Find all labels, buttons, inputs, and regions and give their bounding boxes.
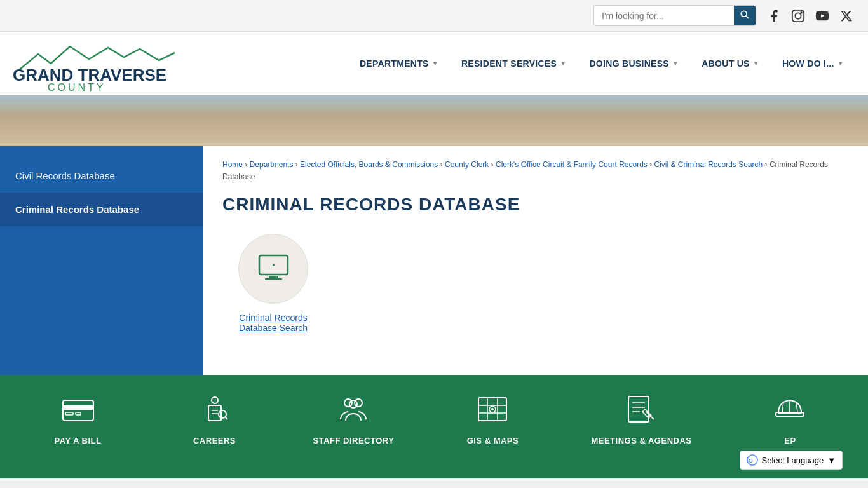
monitor-icon <box>256 253 291 285</box>
nav-item-how-do-i[interactable]: HOW DO I... ▼ <box>771 51 855 76</box>
svg-text:G: G <box>749 458 753 464</box>
nav-item-about-us[interactable]: ABOUT US ▼ <box>690 51 771 76</box>
header: GRAND TRAVERSE COUNTY DEPARTMENTS ▼ RESI… <box>0 32 868 95</box>
instagram-icon[interactable] <box>789 7 807 25</box>
footer-items: PAY A BILL CAREERS <box>13 390 855 445</box>
svg-line-36 <box>646 412 654 419</box>
svg-rect-9 <box>269 276 278 278</box>
careers-icon <box>196 390 234 428</box>
facebook-icon[interactable] <box>765 7 783 25</box>
google-translate-icon: G <box>747 454 758 466</box>
svg-point-31 <box>491 408 494 410</box>
meetings-icon <box>622 390 660 428</box>
search-button[interactable] <box>734 6 756 25</box>
svg-point-4 <box>801 12 802 13</box>
translate-bar: G Select Language ▼ <box>13 445 855 472</box>
footer-item-pay-bill[interactable]: PAY A BILL <box>40 390 116 445</box>
svg-rect-15 <box>76 412 81 415</box>
breadcrumb: Home › Departments › Elected Officials, … <box>222 159 849 183</box>
credit-card-icon <box>59 390 97 428</box>
social-icons <box>765 7 855 25</box>
sidebar-item-criminal[interactable]: Criminal Records Database <box>0 193 203 226</box>
svg-line-1 <box>746 16 749 18</box>
page-body: Home › Departments › Elected Officials, … <box>203 146 868 375</box>
svg-rect-2 <box>792 10 804 21</box>
footer-item-careers[interactable]: CAREERS <box>177 390 253 445</box>
logo-svg: GRAND TRAVERSE COUNTY <box>13 35 178 92</box>
hero-image <box>0 95 868 146</box>
svg-line-21 <box>225 417 227 419</box>
nav-item-resident-services[interactable]: RESIDENT SERVICES ▼ <box>450 51 578 76</box>
footer: PAY A BILL CAREERS <box>0 375 868 478</box>
svg-rect-32 <box>628 396 649 422</box>
footer-label-staff-directory: STAFF DIRECTORY <box>313 436 395 445</box>
footer-item-ep[interactable]: EP <box>752 390 828 445</box>
chevron-down-icon: ▼ <box>827 456 836 465</box>
search-box <box>593 5 756 26</box>
svg-point-0 <box>741 11 747 17</box>
svg-point-16 <box>212 397 218 403</box>
staff-icon <box>334 390 372 428</box>
svg-point-23 <box>355 399 362 407</box>
top-bar <box>0 0 868 32</box>
breadcrumb-civil-criminal-search[interactable]: Civil & Criminal Records Search <box>654 160 763 169</box>
footer-item-staff-directory[interactable]: STAFF DIRECTORY <box>313 390 395 445</box>
chevron-down-icon: ▼ <box>560 60 566 67</box>
footer-item-gis-maps[interactable]: GIS & MAPS <box>454 390 531 445</box>
hardhat-icon <box>771 390 809 428</box>
database-search-link[interactable]: Criminal Records Database Search <box>222 313 324 333</box>
svg-point-11 <box>273 264 275 266</box>
search-input[interactable] <box>594 7 734 25</box>
sidebar: Civil Records Database Criminal Records … <box>0 146 203 375</box>
svg-rect-37 <box>776 412 804 416</box>
breadcrumb-departments[interactable]: Departments <box>250 160 294 169</box>
youtube-icon[interactable] <box>813 7 831 25</box>
chevron-down-icon: ▼ <box>837 60 844 67</box>
footer-item-meetings-agendas[interactable]: MEETINGS & AGENDAS <box>591 390 691 445</box>
svg-point-3 <box>795 13 801 18</box>
database-card: Criminal Records Database Search <box>222 234 324 333</box>
select-language-button[interactable]: G Select Language ▼ <box>740 451 843 470</box>
svg-text:COUNTY: COUNTY <box>48 82 106 92</box>
database-icon-circle <box>238 234 308 304</box>
svg-point-24 <box>349 400 357 408</box>
map-icon <box>473 390 512 428</box>
page-title: CRIMINAL RECORDS DATABASE <box>222 194 849 215</box>
nav-menu: DEPARTMENTS ▼ RESIDENT SERVICES ▼ DOING … <box>178 51 855 76</box>
breadcrumb-elected-officials[interactable]: Elected Officials, Boards & Commissions <box>300 160 438 169</box>
twitter-x-icon[interactable] <box>837 7 855 25</box>
main-content: Civil Records Database Criminal Records … <box>0 146 868 375</box>
breadcrumb-home[interactable]: Home <box>222 160 243 169</box>
sidebar-item-civil[interactable]: Civil Records Database <box>0 159 203 193</box>
svg-rect-13 <box>63 405 93 410</box>
chevron-down-icon: ▼ <box>672 60 679 67</box>
chevron-down-icon: ▼ <box>753 60 759 67</box>
breadcrumb-county-clerk[interactable]: County Clerk <box>445 160 489 169</box>
svg-rect-10 <box>265 278 282 280</box>
footer-label-pay-bill: PAY A BILL <box>55 436 102 445</box>
footer-label-meetings-agendas: MEETINGS & AGENDAS <box>591 436 691 445</box>
footer-label-careers: CAREERS <box>193 436 236 445</box>
svg-rect-14 <box>65 412 73 415</box>
breadcrumb-clerks-office[interactable]: Clerk's Office Circuit & Family Court Re… <box>496 160 648 169</box>
nav-item-doing-business[interactable]: DOING BUSINESS ▼ <box>578 51 690 76</box>
footer-label-gis-maps: GIS & MAPS <box>467 436 519 445</box>
nav-item-departments[interactable]: DEPARTMENTS ▼ <box>348 51 450 76</box>
footer-label-ep: EP <box>784 436 796 445</box>
logo[interactable]: GRAND TRAVERSE COUNTY <box>13 35 178 92</box>
svg-point-22 <box>344 399 352 407</box>
svg-rect-12 <box>63 400 93 421</box>
chevron-down-icon: ▼ <box>432 60 438 67</box>
